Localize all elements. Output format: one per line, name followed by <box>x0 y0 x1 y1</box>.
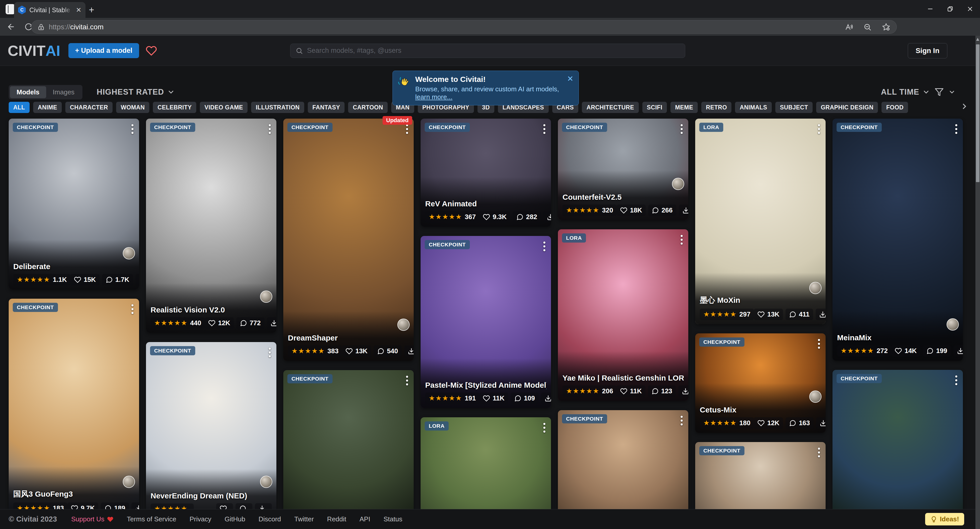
card-menu-icon[interactable] <box>816 122 822 136</box>
card-menu-icon[interactable] <box>953 373 959 387</box>
creator-avatar[interactable] <box>809 282 821 294</box>
category-pill-celebrity[interactable]: CELEBRITY <box>153 102 196 113</box>
model-card[interactable]: CHECKPOINTDreamShaper★★★★★38313K5400.1MU… <box>283 119 414 361</box>
model-card[interactable]: CHECKPOINTDeliberate★★★★★1.1K15K1.7K0.2M <box>9 119 139 289</box>
search-input[interactable] <box>307 47 680 55</box>
sort-dropdown[interactable]: HIGHEST RATED <box>97 87 175 97</box>
new-tab-button[interactable]: + <box>89 5 94 15</box>
footer-link-reddit[interactable]: Reddit <box>327 515 346 523</box>
category-pill-food[interactable]: FOOD <box>881 102 908 113</box>
category-pill-subject[interactable]: SUBJECT <box>775 102 813 113</box>
minimize-button[interactable] <box>920 0 940 18</box>
model-card[interactable]: CHECKPOINT <box>283 370 414 518</box>
model-card[interactable]: CHECKPOINTNeverEnding Dream (NED)★★★★★ <box>146 342 277 518</box>
civitai-logo[interactable]: CIVITAI <box>8 42 60 59</box>
scrollbar[interactable] <box>975 36 980 529</box>
model-card[interactable]: CHECKPOINTReV Animated★★★★★3679.3K28260K <box>421 119 551 227</box>
sign-in-button[interactable]: Sign In <box>908 43 947 59</box>
upload-model-button[interactable]: + Upload a model <box>68 43 139 58</box>
category-pill-architecture[interactable]: ARCHITECTURE <box>582 102 638 113</box>
model-card[interactable]: CHECKPOINTRealistic Vision V2.0★★★★★4401… <box>146 119 277 333</box>
model-card[interactable]: CHECKPOINT国风3 GuoFeng3★★★★★1839.7K18957K <box>9 299 139 518</box>
read-aloud-icon[interactable] <box>845 23 853 31</box>
close-window-button[interactable] <box>960 0 980 18</box>
card-menu-icon[interactable] <box>541 122 547 136</box>
footer-link-support[interactable]: Support Us <box>71 515 114 523</box>
category-pill-all[interactable]: ALL <box>9 102 30 113</box>
back-icon[interactable] <box>6 22 15 31</box>
model-card[interactable]: CHECKPOINTMeinaMix★★★★★27214K19978K <box>832 119 963 361</box>
category-pill-graphic-design[interactable]: GRAPHIC DESIGN <box>816 102 878 113</box>
footer-link-twitter[interactable]: Twitter <box>294 515 314 523</box>
model-card[interactable]: LORAYae Miko | Realistic Genshin LORA★★★… <box>558 229 688 401</box>
category-pill-anime[interactable]: ANIME <box>33 102 62 113</box>
zoom-out-icon[interactable] <box>863 23 872 31</box>
creator-avatar[interactable] <box>947 318 959 330</box>
category-pill-cartoon[interactable]: CARTOON <box>348 102 388 113</box>
model-card[interactable]: CHECKPOINT <box>695 442 826 518</box>
card-menu-icon[interactable] <box>816 337 822 351</box>
model-card[interactable]: CHECKPOINTPastel-Mix [Stylized Anime Mod… <box>421 236 551 408</box>
card-menu-icon[interactable] <box>541 421 547 435</box>
category-pill-retro[interactable]: RETRO <box>701 102 732 113</box>
footer-link-terms-of-service[interactable]: Terms of Service <box>127 515 177 523</box>
creator-avatar[interactable] <box>123 247 135 259</box>
category-pill-scifi[interactable]: SCIFI <box>642 102 667 113</box>
card-menu-icon[interactable] <box>404 374 410 388</box>
card-menu-icon[interactable] <box>816 446 822 459</box>
learn-more-link[interactable]: learn more... <box>415 93 452 101</box>
card-menu-icon[interactable] <box>541 240 547 253</box>
address-bar[interactable]: https://civitai.com <box>31 20 897 34</box>
tab-close-icon[interactable]: ✕ <box>76 6 81 14</box>
footer-link-status[interactable]: Status <box>383 515 402 523</box>
footer-link-discord[interactable]: Discord <box>259 515 281 523</box>
category-pill-animals[interactable]: ANIMALS <box>735 102 772 113</box>
favorites-add-icon[interactable] <box>882 23 891 31</box>
model-card[interactable]: LORA墨心 MoXin★★★★★29713K41172K <box>695 119 826 324</box>
card-menu-icon[interactable] <box>679 414 685 427</box>
creator-avatar[interactable] <box>672 178 684 190</box>
footer-link-api[interactable]: API <box>360 515 370 523</box>
tab-layout-icon[interactable] <box>6 4 15 14</box>
category-pill-meme[interactable]: MEME <box>670 102 698 113</box>
card-menu-icon[interactable] <box>267 122 273 136</box>
category-pill-fantasy[interactable]: FANTASY <box>308 102 345 113</box>
filter-icon[interactable] <box>935 87 944 97</box>
tab-images[interactable]: Images <box>46 86 81 98</box>
card-menu-icon[interactable] <box>953 122 959 136</box>
card-menu-icon[interactable] <box>129 302 135 316</box>
footer-link-privacy[interactable]: Privacy <box>189 515 211 523</box>
creator-avatar[interactable] <box>397 319 410 331</box>
scroll-up-icon[interactable] <box>976 38 979 41</box>
tab-models[interactable]: Models <box>10 86 46 98</box>
browser-tab[interactable]: C Civitai | Stable Diffusion models, ✕ <box>14 2 86 18</box>
creator-avatar[interactable] <box>260 476 272 488</box>
category-pill-illustration[interactable]: ILLUSTRATION <box>251 102 304 113</box>
creator-avatar[interactable] <box>809 391 821 403</box>
categories-scroll-right-icon[interactable] <box>960 101 969 112</box>
ideas-button[interactable]: Ideas! <box>925 513 964 526</box>
creator-avatar[interactable] <box>260 291 272 303</box>
category-pill-video-game[interactable]: VIDEO GAME <box>200 102 248 113</box>
card-menu-icon[interactable] <box>129 122 135 136</box>
creator-avatar[interactable] <box>123 476 135 488</box>
chevron-down-icon[interactable] <box>948 89 956 96</box>
footer-link-github[interactable]: GitHub <box>224 515 245 523</box>
card-menu-icon[interactable] <box>267 346 273 359</box>
model-card[interactable]: CHECKPOINT <box>558 410 688 518</box>
model-card[interactable]: LORA <box>421 417 551 518</box>
card-menu-icon[interactable] <box>679 122 685 136</box>
category-pill-woman[interactable]: WOMAN <box>116 102 149 113</box>
likes-badge: 11K <box>617 385 645 397</box>
model-card[interactable]: CHECKPOINT <box>832 370 963 518</box>
category-pill-character[interactable]: CHARACTER <box>65 102 113 113</box>
model-card[interactable]: CHECKPOINTCetus-Mix★★★★★18012K16365K <box>695 334 826 433</box>
model-card[interactable]: CHECKPOINTCounterfeit-V2.5★★★★★32018K266… <box>558 119 688 220</box>
period-dropdown[interactable]: ALL TIME <box>881 87 930 97</box>
restore-button[interactable] <box>940 0 960 18</box>
search-bar[interactable] <box>290 44 685 58</box>
favorites-heart-icon[interactable] <box>146 45 157 56</box>
banner-close-icon[interactable]: ✕ <box>567 75 573 83</box>
scrollbar-thumb[interactable] <box>976 44 980 182</box>
card-menu-icon[interactable] <box>679 233 685 247</box>
